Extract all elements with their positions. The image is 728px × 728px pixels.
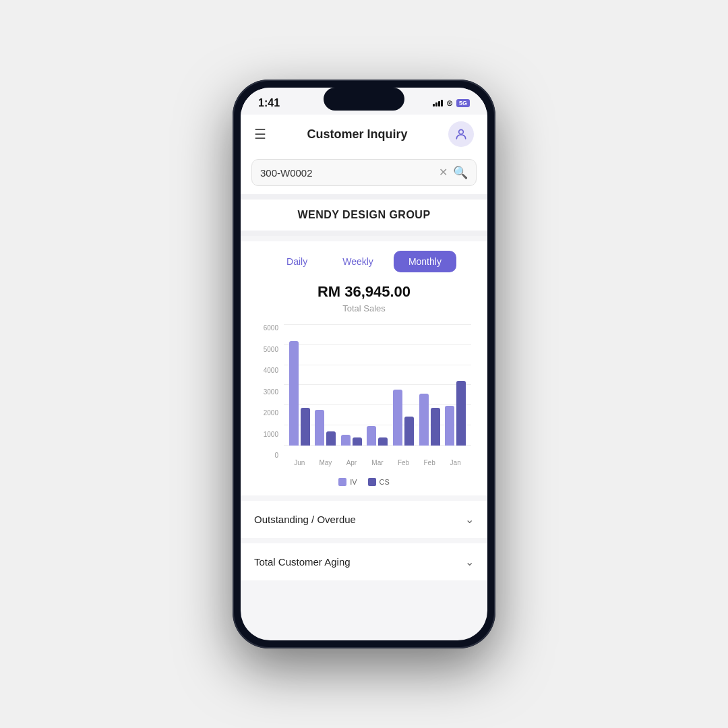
search-button[interactable]: 🔍 <box>453 165 468 180</box>
legend-label-cs: CS <box>380 478 390 486</box>
search-section: ✕ 🔍 <box>241 154 487 194</box>
chart-area: JunMayAprMarFebFebJan <box>284 324 471 473</box>
bar-iv <box>341 435 351 446</box>
bar-cs <box>301 408 310 446</box>
accordion-outstanding[interactable]: Outstanding / Overdue ⌄ <box>241 501 487 538</box>
battery-icon: 5G <box>456 99 470 107</box>
legend-cs: CS <box>368 478 390 486</box>
bar-cs <box>431 408 440 446</box>
bar-iv <box>445 406 454 446</box>
x-label: Mar <box>367 459 388 466</box>
tab-monthly[interactable]: Monthly <box>394 251 456 272</box>
accordion-outstanding-title: Outstanding / Overdue <box>254 514 356 525</box>
phone-frame: 1:41 ⊛ 5G ☰ Customer Inquiry <box>233 80 495 648</box>
y-axis: 6000 5000 4000 3000 2000 1000 0 <box>257 324 284 473</box>
bar-group <box>289 341 310 446</box>
search-bar: ✕ 🔍 <box>251 159 477 186</box>
bar-iv <box>393 390 402 446</box>
accordion-aging-title: Total Customer Aging <box>254 556 351 568</box>
bar-iv <box>289 341 299 446</box>
hamburger-icon[interactable]: ☰ <box>254 126 266 142</box>
x-label: Jun <box>289 459 310 466</box>
bar-iv <box>419 394 429 446</box>
x-label: Apr <box>341 459 362 466</box>
signal-icon <box>433 100 443 107</box>
bar-group <box>419 394 440 446</box>
total-sales-label: Total Sales <box>251 303 477 313</box>
bar-group <box>445 381 466 446</box>
bar-group <box>315 410 336 446</box>
bar-group <box>367 426 388 446</box>
bar-cs <box>456 381 466 446</box>
search-input[interactable] <box>260 167 433 179</box>
legend-label-iv: IV <box>350 478 357 486</box>
x-labels: JunMayAprMarFebFebJan <box>284 459 471 473</box>
divider-2 <box>241 231 487 236</box>
x-label: May <box>315 459 336 466</box>
bar-cs <box>326 431 336 446</box>
user-icon <box>454 127 468 141</box>
app-header: ☰ Customer Inquiry <box>241 115 487 154</box>
status-time: 1:41 <box>258 97 280 109</box>
tab-weekly[interactable]: Weekly <box>328 251 388 272</box>
bars-row <box>284 324 471 446</box>
chevron-down-icon-2: ⌄ <box>465 555 474 568</box>
phone-screen: 1:41 ⊛ 5G ☰ Customer Inquiry <box>241 88 487 640</box>
customer-name: WENDY DESIGN GROUP <box>251 209 477 221</box>
bar-cs <box>404 417 414 446</box>
legend-dot-cs <box>368 478 376 486</box>
svg-point-0 <box>459 129 464 134</box>
chevron-down-icon: ⌄ <box>465 513 474 526</box>
legend-dot-iv <box>338 478 346 486</box>
bar-cs <box>353 437 362 446</box>
chart-section: Daily Weekly Monthly RM 36,945.00 Total … <box>241 241 487 495</box>
x-label: Jan <box>445 459 466 466</box>
bar-chart: 6000 5000 4000 3000 2000 1000 0 <box>251 324 477 473</box>
status-icons: ⊛ 5G <box>433 98 470 108</box>
bar-group <box>393 390 414 446</box>
bar-iv <box>315 410 324 446</box>
x-label: Feb <box>419 459 440 466</box>
customer-section: WENDY DESIGN GROUP <box>241 200 487 231</box>
x-label: Feb <box>393 459 414 466</box>
avatar-button[interactable] <box>448 121 474 147</box>
total-sales-amount: RM 36,945.00 <box>251 283 477 301</box>
tab-daily[interactable]: Daily <box>272 251 322 272</box>
bar-iv <box>367 426 376 446</box>
grid-and-bars <box>284 324 471 459</box>
app-title: Customer Inquiry <box>307 127 407 142</box>
bar-cs <box>378 437 388 446</box>
accordion-aging[interactable]: Total Customer Aging ⌄ <box>241 543 487 580</box>
bar-group <box>341 435 362 446</box>
clear-button[interactable]: ✕ <box>439 167 448 178</box>
wifi-icon: ⊛ <box>446 98 453 108</box>
divider-1 <box>241 194 487 200</box>
tab-row: Daily Weekly Monthly <box>251 251 477 272</box>
chart-legend: IV CS <box>251 478 477 486</box>
dynamic-island <box>324 88 404 111</box>
legend-iv: IV <box>338 478 357 486</box>
